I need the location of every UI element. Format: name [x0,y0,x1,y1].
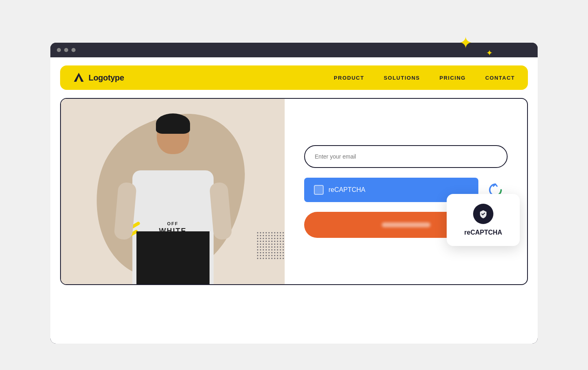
recaptcha-popup-card: reCAPTCHA [447,194,520,246]
browser-dot-3 [71,48,76,52]
browser-dot-1 [57,48,61,52]
recaptcha-label: reCAPTCHA [329,186,365,194]
page-wrapper: ✦ ✦ Logoty [50,26,538,344]
browser-content: Logotype PRODUCT SOLUTIONS PRICING CONTA… [50,57,538,344]
logo-area: Logotype [73,72,124,83]
recaptcha-popup-label: reCAPTCHA [464,229,502,236]
nav-item-contact[interactable]: CONTACT [485,75,515,81]
navbar: Logotype PRODUCT SOLUTIONS PRICING CONTA… [60,65,528,90]
email-input[interactable] [304,145,508,168]
browser-dot-2 [64,48,68,52]
photo-section: OFF WHITE [61,99,285,284]
nav-item-pricing[interactable]: PRICING [439,75,466,81]
nav-links: PRODUCT SOLUTIONS PRICING CONTACT [334,75,515,81]
nav-item-product[interactable]: PRODUCT [334,75,364,81]
browser-window: Logotype PRODUCT SOLUTIONS PRICING CONTA… [50,43,538,344]
squiggle-decoration [50,143,54,259]
form-section: reCAPTCHA [285,99,527,284]
recaptcha-shield-icon [473,204,493,224]
main-content-card: OFF WHITE [60,98,528,285]
logo-text: Logotype [89,73,124,83]
nav-item-solutions[interactable]: SOLUTIONS [384,75,420,81]
submit-area: reCAPTCHA [304,212,508,238]
browser-titlebar [50,43,538,57]
logo-icon [73,72,84,83]
